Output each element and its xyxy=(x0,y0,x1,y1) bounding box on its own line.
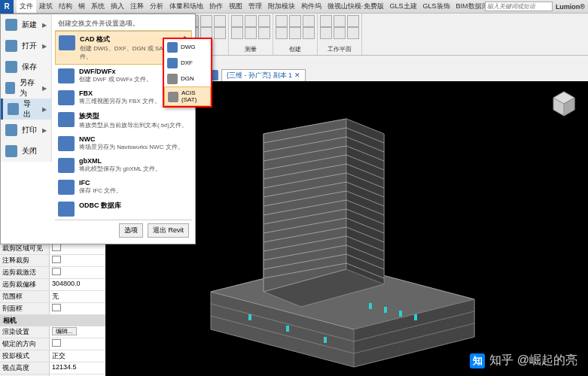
ribbon-tab[interactable]: 钢 xyxy=(75,0,88,13)
app-logo[interactable]: R xyxy=(0,0,14,14)
ribbon-tab[interactable]: 结构 xyxy=(56,0,75,13)
ribbon-tab[interactable]: 分析 xyxy=(147,0,166,13)
checkbox[interactable] xyxy=(52,256,61,263)
file-menu-item-打印[interactable]: 打印▶ xyxy=(1,120,51,141)
prop-key: 锁定的方向 xyxy=(0,338,50,350)
exit-revit-button[interactable]: 退出 Revit xyxy=(148,223,189,238)
prop-section-header[interactable]: 相机 xyxy=(0,315,105,326)
ribbon-tab[interactable]: 文件 xyxy=(17,0,36,13)
checkbox[interactable] xyxy=(52,244,61,251)
format-icon xyxy=(58,90,75,105)
ribbon-tab[interactable]: 系统 xyxy=(88,0,108,13)
prop-row[interactable]: 投影模式正交 xyxy=(0,350,105,362)
viewcube[interactable] xyxy=(549,89,579,119)
prop-key: 注释裁剪 xyxy=(0,255,50,266)
export-format-NWC[interactable]: NWC将场景另存为 Navisworks NWC 文件。 xyxy=(55,132,192,154)
prop-row[interactable]: 注释裁剪 xyxy=(0,255,105,267)
ribbon-tab[interactable]: BIM数据库 xyxy=(453,0,485,13)
file-menu-item-新建[interactable]: 新建▶ xyxy=(1,14,51,35)
ribbon-tab[interactable]: 体量和场地 xyxy=(166,0,206,13)
prop-value[interactable]: 正交 xyxy=(50,350,105,362)
prop-key: 范围框 xyxy=(0,291,50,302)
prop-value[interactable]: 无 xyxy=(50,291,105,302)
file-menu-item-保存[interactable]: 保存 xyxy=(1,56,51,77)
prop-row[interactable]: 渲染设置编辑... xyxy=(0,326,105,338)
file-menu-icon xyxy=(5,124,17,136)
search-input[interactable] xyxy=(485,2,553,11)
export-format-IFC[interactable]: IFC保存 IFC 文件。 xyxy=(55,176,192,198)
prop-value[interactable]: 304800.0 xyxy=(50,279,105,290)
file-menu-header: 创建交换文件并设置选项。 xyxy=(55,17,192,31)
file-menu-icon xyxy=(5,61,17,73)
prop-row[interactable]: 裁剪区域可见 xyxy=(0,243,105,255)
format-icon xyxy=(58,202,75,217)
prop-row[interactable]: 锁定的方向 xyxy=(0,338,105,350)
file-menu-item-打开[interactable]: 打开▶ xyxy=(1,35,51,56)
ribbon-tab[interactable]: 管理 xyxy=(245,0,265,13)
svg-rect-47 xyxy=(286,326,289,332)
ribbon-group: 创建 xyxy=(273,14,318,55)
ribbon-tab[interactable]: 附加模块 xyxy=(265,0,298,13)
svg-rect-48 xyxy=(324,337,327,343)
prop-value[interactable] xyxy=(50,338,105,350)
chevron-right-icon: ▶ xyxy=(42,127,47,134)
prop-key: 视点高度 xyxy=(0,362,50,374)
prop-key: 远剪裁激活 xyxy=(0,267,50,278)
prop-key: 投影模式 xyxy=(0,350,50,362)
prop-key: 剖面框 xyxy=(0,303,50,314)
prop-value[interactable]: 12134.5 xyxy=(50,362,105,374)
format-icon xyxy=(167,58,178,68)
svg-rect-44 xyxy=(399,311,402,317)
ribbon-tab[interactable]: 协作 xyxy=(206,0,226,13)
cad-subformat-ACIS (SAT)[interactable]: ACIS (SAT) xyxy=(164,86,211,106)
file-menu-item-关闭[interactable]: 关闭 xyxy=(1,141,51,162)
chevron-right-icon: ▶ xyxy=(42,106,47,113)
prop-value[interactable]: 编辑... xyxy=(50,326,105,338)
titlebar: R 文件建筑结构钢系统插入注释分析体量和场地协作视图管理附加模块构件坞微视山快模… xyxy=(0,0,588,14)
ribbon-tab[interactable]: 建筑 xyxy=(36,0,56,13)
options-button[interactable]: 选项 xyxy=(119,223,143,238)
cad-subformat-DGN[interactable]: DGN xyxy=(164,71,211,86)
file-menu-footer: 选项 退出 Revit xyxy=(55,220,192,241)
prop-value[interactable] xyxy=(50,267,105,278)
format-icon xyxy=(167,74,178,84)
file-menu-item-另存为[interactable]: 另存为▶ xyxy=(1,77,51,99)
edit-button[interactable]: 编辑... xyxy=(52,327,77,335)
file-menu-icon xyxy=(5,82,15,94)
document-tab[interactable]: {三维 - 孙广亮} 副本 1 ✕ xyxy=(221,69,306,81)
svg-rect-45 xyxy=(414,314,417,320)
ribbon-tab[interactable]: 视图 xyxy=(226,0,245,13)
checkbox[interactable] xyxy=(52,304,61,311)
prop-row[interactable]: 视点高度12134.5 xyxy=(0,362,105,374)
ribbon-tab[interactable]: 微视山快模·免费版 xyxy=(324,0,387,13)
ribbon-group-label: 测量 xyxy=(231,45,270,53)
chevron-right-icon: ▶ xyxy=(42,85,47,92)
file-menu-item-导出[interactable]: 导出▶ xyxy=(1,99,51,120)
ribbon-group-label: 工作平面 xyxy=(320,45,359,53)
prop-row[interactable]: 远剪裁偏移304800.0 xyxy=(0,279,105,291)
export-format-族类型[interactable]: 族类型将族类型从当前族导出到文本(.txt)文件。 xyxy=(55,108,192,132)
prop-row[interactable]: 范围框无 xyxy=(0,291,105,303)
cad-format-submenu: DWGDXFDGNACIS (SAT) xyxy=(163,38,212,108)
format-icon xyxy=(168,92,178,102)
format-icon xyxy=(58,68,75,83)
prop-value[interactable] xyxy=(50,303,105,314)
ribbon-tab[interactable]: 注释 xyxy=(127,0,147,13)
ribbon-tab[interactable]: 插入 xyxy=(108,0,127,13)
cad-subformat-DWG[interactable]: DWG xyxy=(164,39,211,55)
ribbon-tab[interactable]: GLS土建 xyxy=(387,0,420,13)
checkbox[interactable] xyxy=(52,339,61,347)
ribbon-tab[interactable]: 构件坞 xyxy=(298,0,324,13)
prop-value[interactable] xyxy=(50,255,105,266)
export-format-gbXML[interactable]: gbXML将此模型保存为 gbXML 文件。 xyxy=(55,154,192,176)
checkbox[interactable] xyxy=(52,268,61,275)
prop-row[interactable]: 剖面框 xyxy=(0,303,105,315)
ribbon-tab[interactable]: GLS装饰 xyxy=(420,0,453,13)
export-format-ODBC 数据库[interactable]: ODBC 数据库 xyxy=(55,198,192,220)
file-menu-icon xyxy=(5,40,17,52)
prop-value[interactable] xyxy=(50,243,105,254)
cad-subformat-DXF[interactable]: DXF xyxy=(164,55,211,71)
file-menu-sidebar: 新建▶打开▶保存另存为▶导出▶打印▶关闭 xyxy=(1,14,52,162)
lumion-label[interactable]: Lumion® xyxy=(556,3,585,11)
prop-row[interactable]: 远剪裁激活 xyxy=(0,267,105,279)
